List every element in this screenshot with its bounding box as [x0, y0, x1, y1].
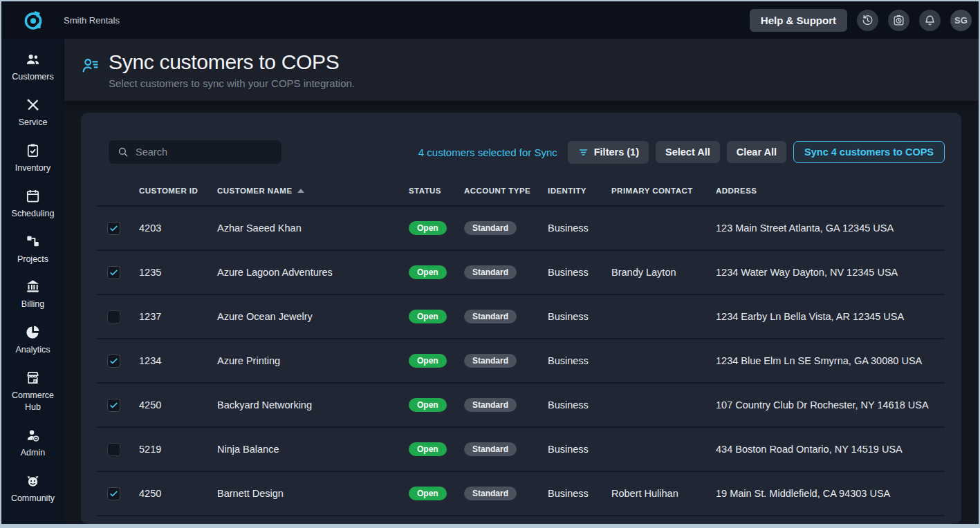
cell-status: Open — [409, 310, 464, 323]
admin-icon — [25, 427, 41, 443]
status-badge: Open — [409, 398, 447, 412]
sync-to-cops-button[interactable]: Sync 4 customers to COPS — [793, 141, 945, 163]
select-all-button[interactable]: Select All — [656, 141, 720, 163]
cell-customer-id: 4203 — [139, 223, 217, 234]
row-checkbox-checked[interactable] — [107, 487, 120, 500]
account-type-badge: Standard — [464, 398, 517, 412]
search-icon — [117, 146, 129, 158]
filter-icon — [577, 147, 589, 158]
row-checkbox-checked[interactable] — [107, 355, 120, 368]
cell-customer-name: Azure Lagoon Adventures — [217, 267, 409, 278]
sidebar-item-admin[interactable]: Admin — [1, 420, 64, 466]
check-icon — [109, 356, 119, 366]
account-type-badge: Standard — [464, 487, 517, 500]
cell-customer-name: Ninja Balance — [217, 444, 409, 455]
filters-button[interactable]: Filters (1) — [568, 141, 649, 164]
table-row[interactable]: 1234Azure PrintingOpenStandardBusiness12… — [98, 339, 945, 384]
table-row[interactable]: 4250Barnett DesignOpenStandardBusinessRo… — [98, 472, 945, 516]
page-body: 4 customers selected for Sync Filters (1… — [64, 101, 979, 524]
service-icon — [25, 97, 41, 113]
scheduling-icon — [25, 188, 41, 204]
table-row[interactable]: 4250Backyard NetworkingOpenStandardBusin… — [98, 384, 945, 428]
cell-address: 1234 Water Way Dayton, NV 12345 USA — [716, 267, 945, 278]
column-header-label: IDENTITY — [548, 187, 586, 195]
column-header-status[interactable]: STATUS — [409, 187, 464, 195]
topbar-icon-buttons — [857, 10, 941, 31]
sidebar-item-billing[interactable]: Billing — [1, 272, 64, 317]
cell-primary-contact: Robert Hulihan — [611, 488, 716, 499]
column-header-address[interactable]: ADDRESS — [716, 187, 945, 195]
cell-customer-id: 4250 — [139, 399, 217, 411]
row-checkbox-unchecked[interactable] — [107, 310, 120, 323]
sidebar-item-label: Scheduling — [12, 208, 55, 220]
sync-customers-icon — [81, 56, 100, 75]
column-header-customer-name[interactable]: CUSTOMER NAME — [217, 187, 409, 195]
row-checkbox-checked[interactable] — [107, 222, 120, 235]
cell-customer-name: Azhar Saeed Khan — [217, 223, 409, 234]
cell-account-type: Standard — [464, 354, 548, 368]
sort-ascending-icon — [297, 189, 304, 193]
sidebar-item-inventory[interactable]: Inventory — [1, 135, 64, 181]
table-row[interactable]: 4203Azhar Saeed KhanOpenStandardBusiness… — [98, 207, 945, 251]
cell-identity: Business — [548, 311, 611, 322]
column-header-primary-contact[interactable]: PRIMARY CONTACT — [611, 187, 716, 195]
sidebar-item-label: Projects — [17, 254, 48, 265]
column-header-identity[interactable]: IDENTITY — [548, 187, 611, 195]
cell-customer-id: 1234 — [139, 355, 217, 366]
column-header-label: ACCOUNT TYPE — [464, 187, 530, 195]
sidebar-item-label: Customers — [12, 71, 53, 83]
sidebar-item-projects[interactable]: Projects — [1, 227, 64, 272]
sidebar-item-scheduling[interactable]: Scheduling — [1, 181, 64, 227]
sidebar-item-label: Admin — [21, 447, 45, 459]
cell-identity: Business — [548, 267, 611, 278]
row-checkbox-checked[interactable] — [107, 399, 120, 412]
table-row[interactable]: 1235Azure Lagoon AdventuresOpenStandardB… — [98, 251, 945, 295]
cell-customer-name: Azure Printing — [217, 355, 409, 366]
cell-status: Open — [409, 265, 464, 279]
table-row[interactable]: 1237Azure Ocean JewelryOpenStandardBusin… — [98, 295, 945, 339]
sidebar-item-commerce-hub[interactable]: Commerce Hub — [1, 363, 64, 420]
search-input[interactable] — [136, 147, 273, 158]
help-support-button[interactable]: Help & Support — [750, 9, 847, 32]
history-button[interactable] — [857, 10, 878, 31]
cell-account-type: Standard — [464, 310, 548, 323]
sidebar-item-customers[interactable]: Customers — [1, 44, 64, 90]
customers-icon — [25, 51, 41, 67]
history-icon — [861, 14, 874, 27]
toolbar-actions: 4 customers selected for Sync Filters (1… — [418, 141, 945, 164]
status-badge: Open — [409, 354, 447, 368]
status-badge: Open — [409, 442, 447, 456]
table-row[interactable]: 5219Ninja BalanceOpenStandardBusiness434… — [98, 428, 945, 472]
inventory-icon — [25, 142, 41, 158]
page-header: Sync customers to COPS Select customers … — [64, 39, 979, 101]
status-badge: Open — [409, 310, 447, 323]
app-logo-icon[interactable] — [22, 9, 44, 31]
cell-status: Open — [409, 487, 464, 500]
sidebar-item-label: Billing — [21, 299, 44, 310]
sidebar-item-community[interactable]: Community — [1, 466, 64, 511]
app-window: Smith Rentals Help & Support SG Customer… — [0, 0, 980, 528]
cell-customer-id: 4250 — [139, 488, 217, 499]
cell-account-type: Standard — [464, 265, 548, 279]
notifications-icon — [923, 14, 936, 27]
sidebar-item-service[interactable]: Service — [1, 90, 64, 135]
sidebar-item-analytics[interactable]: Analytics — [1, 317, 64, 363]
notifications-button[interactable] — [919, 10, 941, 31]
column-header-account-type[interactable]: ACCOUNT TYPE — [464, 187, 548, 195]
checkbox-cell — [98, 222, 139, 235]
table-header-row: CUSTOMER IDCUSTOMER NAMESTATUSACCOUNT TY… — [98, 176, 945, 207]
status-badge: Open — [409, 265, 447, 279]
row-checkbox-unchecked[interactable] — [107, 443, 120, 456]
clear-all-button[interactable]: Clear All — [727, 141, 786, 163]
cell-customer-name: Azure Ocean Jewelry — [217, 311, 409, 322]
column-header-customer-id[interactable]: CUSTOMER ID — [139, 187, 217, 195]
sidebar-item-label: Commerce Hub — [3, 390, 63, 413]
page-title: Sync customers to COPS — [109, 50, 355, 74]
user-avatar[interactable]: SG — [950, 10, 972, 31]
column-header-label: CUSTOMER NAME — [217, 187, 293, 195]
topbar-actions: Help & Support SG — [750, 9, 972, 32]
row-checkbox-checked[interactable] — [107, 266, 120, 279]
timeclock-button[interactable] — [888, 10, 909, 31]
sidebar-item-label: Service — [19, 117, 48, 129]
search-box[interactable] — [109, 140, 281, 164]
